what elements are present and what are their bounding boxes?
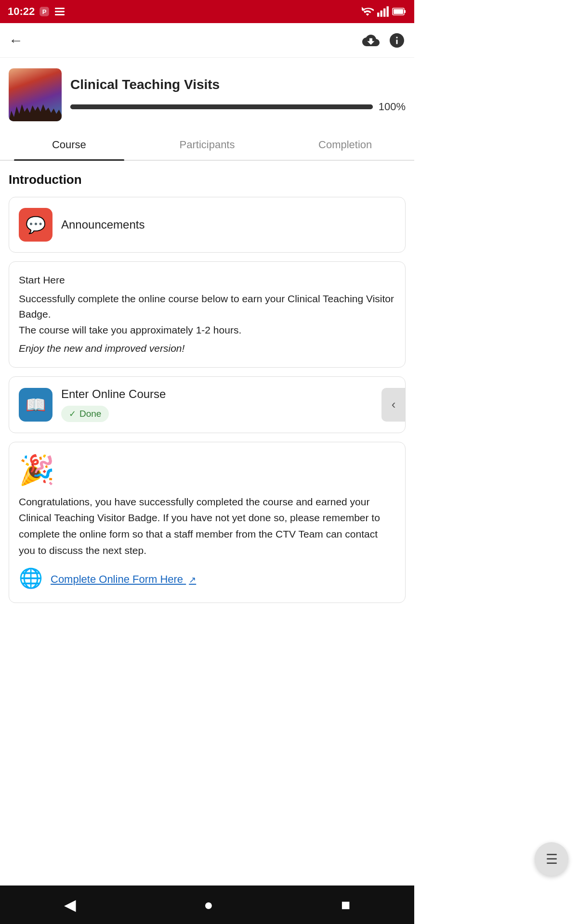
app-bar-actions — [362, 32, 406, 49]
tab-completion[interactable]: Completion — [276, 130, 414, 160]
svg-text:P: P — [42, 8, 47, 15]
status-bar: 10:22 P — [0, 0, 414, 23]
svg-rect-4 — [55, 14, 65, 15]
announcements-icon-wrap: 💬 — [19, 208, 53, 242]
start-here-card-inner: Start Here Successfully complete the onl… — [9, 262, 405, 367]
svg-rect-2 — [55, 8, 65, 9]
start-here-card: Start Here Successfully complete the onl… — [9, 261, 406, 368]
done-badge-label: Done — [79, 409, 101, 419]
back-button[interactable]: ← — [9, 32, 23, 49]
book-icon: 📖 — [26, 395, 46, 414]
congrats-emoji: 🎉 — [19, 453, 395, 487]
nav-bar: ◀ ● ■ — [0, 886, 414, 924]
svg-rect-6 — [381, 11, 382, 17]
signal-icon — [377, 5, 389, 18]
course-title: Clinical Teaching Visits — [70, 77, 406, 93]
app-bar: ← — [0, 23, 414, 58]
section-title: Introduction — [9, 172, 406, 187]
status-time: 10:22 — [8, 5, 35, 18]
congrats-card-inner: 🎉 Congratulations, you have successfully… — [9, 442, 405, 603]
progress-bar-background — [70, 104, 373, 109]
announcements-card-inner: 💬 Announcements — [9, 197, 405, 252]
download-icon[interactable] — [362, 32, 380, 49]
collapse-button[interactable]: ‹ — [381, 388, 406, 422]
course-info: Clinical Teaching Visits 100% — [70, 77, 406, 113]
start-here-line1: Successfully complete the online course … — [19, 291, 395, 322]
enter-course-card-inner: 📖 Enter Online Course ✓ Done — [9, 377, 405, 433]
svg-rect-11 — [404, 10, 406, 13]
svg-rect-7 — [383, 9, 385, 17]
svg-rect-10 — [394, 9, 403, 14]
info-icon[interactable] — [388, 32, 406, 49]
announcements-card[interactable]: 💬 Announcements — [9, 197, 406, 253]
form-link[interactable]: Complete Online Form Here ↗ — [51, 573, 196, 586]
done-check-icon: ✓ — [69, 409, 76, 419]
start-here-title: Start Here — [19, 272, 395, 288]
congrats-card: 🎉 Congratulations, you have successfully… — [9, 442, 406, 603]
enter-course-label: Enter Online Course — [61, 387, 395, 401]
wifi-icon — [361, 5, 374, 18]
svg-rect-8 — [387, 6, 389, 17]
menu-status-icon — [54, 6, 66, 17]
tab-course[interactable]: Course — [0, 130, 138, 160]
globe-icon-wrap: 🌐 — [19, 567, 44, 592]
external-link-icon: ↗ — [189, 575, 196, 585]
svg-rect-5 — [377, 13, 379, 17]
status-icons — [361, 5, 407, 18]
announcements-label: Announcements — [61, 218, 144, 231]
start-here-line3: Enjoy the new and improved version! — [19, 341, 395, 357]
progress-bar-fill — [70, 104, 373, 109]
main-content: Introduction 💬 Announcements Start Here … — [0, 161, 414, 623]
course-thumbnail — [9, 68, 62, 121]
tabs-bar: Course Participants Completion — [0, 130, 414, 161]
nav-recents-button[interactable]: ■ — [341, 896, 350, 914]
progress-row: 100% — [70, 101, 406, 113]
thumbnail-trees — [9, 100, 62, 121]
enter-course-info: Enter Online Course ✓ Done — [61, 387, 395, 422]
congrats-text: Congratulations, you have successfully c… — [19, 494, 395, 558]
tab-participants[interactable]: Participants — [138, 130, 276, 160]
nav-back-button[interactable]: ◀ — [64, 896, 76, 914]
progress-percent: 100% — [379, 101, 406, 113]
form-link-label: Complete Online Form Here — [51, 573, 183, 585]
announcements-icon: 💬 — [26, 215, 46, 234]
status-time-group: 10:22 P — [8, 5, 66, 18]
course-header: Clinical Teaching Visits 100% — [0, 58, 414, 126]
form-link-row: 🌐 Complete Online Form Here ↗ — [19, 567, 395, 592]
book-icon-wrap: 📖 — [19, 388, 53, 422]
battery-icon — [392, 6, 407, 17]
nav-home-button[interactable]: ● — [204, 896, 213, 914]
p-icon: P — [39, 6, 50, 17]
svg-rect-3 — [55, 11, 65, 13]
globe-icon: 🌐 — [19, 567, 43, 589]
start-here-line2: The course will take you approximately 1… — [19, 322, 395, 338]
done-badge: ✓ Done — [61, 406, 109, 422]
enter-course-card[interactable]: 📖 Enter Online Course ✓ Done ‹ — [9, 376, 406, 433]
